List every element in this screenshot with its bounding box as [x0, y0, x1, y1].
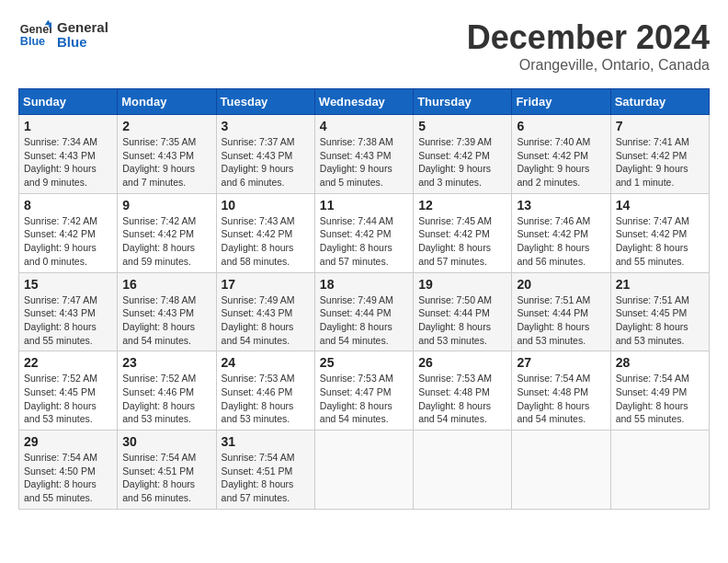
month-title: December 2024	[467, 18, 710, 57]
day-number: 14	[616, 198, 704, 213]
day-info: Sunrise: 7:53 AM Sunset: 4:47 PM Dayligh…	[320, 372, 408, 426]
day-number: 8	[24, 198, 112, 213]
day-number: 6	[517, 119, 605, 133]
day-number: 15	[24, 277, 112, 292]
day-info: Sunrise: 7:54 AM Sunset: 4:48 PM Dayligh…	[517, 372, 605, 426]
day-info: Sunrise: 7:44 AM Sunset: 4:42 PM Dayligh…	[320, 214, 408, 269]
day-info: Sunrise: 7:39 AM Sunset: 4:42 PM Dayligh…	[418, 135, 506, 190]
day-cell	[512, 431, 610, 510]
day-info: Sunrise: 7:43 AM Sunset: 4:42 PM Dayligh…	[222, 214, 310, 269]
day-info: Sunrise: 7:45 AM Sunset: 4:42 PM Dayligh…	[418, 214, 506, 269]
day-cell: 30Sunrise: 7:54 AM Sunset: 4:51 PM Dayli…	[118, 431, 216, 510]
day-cell: 2Sunrise: 7:35 AM Sunset: 4:43 PM Daylig…	[118, 115, 216, 194]
day-info: Sunrise: 7:52 AM Sunset: 4:46 PM Dayligh…	[122, 372, 210, 426]
day-cell: 18Sunrise: 7:49 AM Sunset: 4:44 PM Dayli…	[314, 272, 413, 351]
day-number: 28	[616, 355, 704, 370]
day-cell	[314, 431, 413, 510]
day-cell: 1Sunrise: 7:34 AM Sunset: 4:43 PM Daylig…	[19, 115, 118, 194]
day-cell: 3Sunrise: 7:37 AM Sunset: 4:43 PM Daylig…	[216, 115, 314, 194]
day-info: Sunrise: 7:40 AM Sunset: 4:42 PM Dayligh…	[517, 135, 605, 190]
day-info: Sunrise: 7:49 AM Sunset: 4:43 PM Dayligh…	[222, 293, 310, 348]
day-cell: 16Sunrise: 7:48 AM Sunset: 4:43 PM Dayli…	[118, 272, 216, 351]
day-number: 7	[616, 119, 704, 133]
day-number: 5	[418, 119, 506, 133]
day-number: 20	[517, 277, 605, 292]
weekday-header-row: SundayMondayTuesdayWednesdayThursdayFrid…	[19, 89, 710, 115]
day-cell: 26Sunrise: 7:53 AM Sunset: 4:48 PM Dayli…	[414, 351, 512, 431]
day-info: Sunrise: 7:47 AM Sunset: 4:43 PM Dayligh…	[24, 293, 112, 348]
day-cell: 5Sunrise: 7:39 AM Sunset: 4:42 PM Daylig…	[414, 115, 512, 194]
day-cell: 4Sunrise: 7:38 AM Sunset: 4:43 PM Daylig…	[314, 115, 413, 194]
day-info: Sunrise: 7:53 AM Sunset: 4:48 PM Dayligh…	[418, 372, 506, 426]
day-number: 13	[517, 198, 605, 213]
day-cell: 14Sunrise: 7:47 AM Sunset: 4:42 PM Dayli…	[610, 193, 709, 272]
day-cell: 13Sunrise: 7:46 AM Sunset: 4:42 PM Dayli…	[512, 193, 610, 272]
day-info: Sunrise: 7:42 AM Sunset: 4:42 PM Dayligh…	[122, 214, 210, 269]
day-number: 9	[122, 198, 210, 213]
week-row-4: 22Sunrise: 7:52 AM Sunset: 4:45 PM Dayli…	[19, 351, 710, 431]
day-info: Sunrise: 7:53 AM Sunset: 4:46 PM Dayligh…	[222, 372, 310, 426]
day-cell: 19Sunrise: 7:50 AM Sunset: 4:44 PM Dayli…	[414, 272, 512, 351]
day-number: 21	[616, 277, 704, 292]
day-number: 25	[320, 355, 408, 370]
weekday-header-monday: Monday	[118, 89, 216, 115]
day-number: 30	[122, 434, 210, 449]
title-block: December 2024 Orangeville, Ontario, Cana…	[467, 18, 710, 74]
day-number: 2	[122, 119, 210, 133]
day-info: Sunrise: 7:41 AM Sunset: 4:42 PM Dayligh…	[616, 135, 704, 190]
day-info: Sunrise: 7:54 AM Sunset: 4:51 PM Dayligh…	[222, 451, 310, 505]
svg-text:Blue: Blue	[20, 35, 45, 48]
day-info: Sunrise: 7:51 AM Sunset: 4:44 PM Dayligh…	[517, 293, 605, 348]
day-number: 22	[24, 355, 112, 370]
day-info: Sunrise: 7:37 AM Sunset: 4:43 PM Dayligh…	[222, 135, 310, 190]
day-number: 10	[222, 198, 310, 213]
logo-general: General	[57, 20, 108, 36]
day-info: Sunrise: 7:48 AM Sunset: 4:43 PM Dayligh…	[122, 293, 210, 348]
day-number: 3	[222, 119, 310, 133]
day-info: Sunrise: 7:34 AM Sunset: 4:43 PM Dayligh…	[24, 135, 112, 190]
week-row-5: 29Sunrise: 7:54 AM Sunset: 4:50 PM Dayli…	[19, 431, 710, 510]
location: Orangeville, Ontario, Canada	[467, 57, 710, 74]
day-info: Sunrise: 7:51 AM Sunset: 4:45 PM Dayligh…	[616, 293, 704, 348]
weekday-header-sunday: Sunday	[19, 89, 118, 115]
weekday-header-wednesday: Wednesday	[314, 89, 413, 115]
day-info: Sunrise: 7:54 AM Sunset: 4:50 PM Dayligh…	[24, 451, 112, 505]
day-cell: 11Sunrise: 7:44 AM Sunset: 4:42 PM Dayli…	[314, 193, 413, 272]
day-cell: 17Sunrise: 7:49 AM Sunset: 4:43 PM Dayli…	[216, 272, 314, 351]
day-cell	[610, 431, 709, 510]
day-info: Sunrise: 7:54 AM Sunset: 4:49 PM Dayligh…	[616, 372, 704, 426]
day-cell: 29Sunrise: 7:54 AM Sunset: 4:50 PM Dayli…	[19, 431, 118, 510]
day-cell: 7Sunrise: 7:41 AM Sunset: 4:42 PM Daylig…	[610, 115, 709, 194]
day-cell: 10Sunrise: 7:43 AM Sunset: 4:42 PM Dayli…	[216, 193, 314, 272]
day-info: Sunrise: 7:42 AM Sunset: 4:42 PM Dayligh…	[24, 214, 112, 269]
day-number: 27	[517, 355, 605, 370]
day-number: 29	[24, 434, 112, 449]
weekday-header-tuesday: Tuesday	[216, 89, 314, 115]
day-number: 19	[418, 277, 506, 292]
day-cell: 25Sunrise: 7:53 AM Sunset: 4:47 PM Dayli…	[314, 351, 413, 431]
day-info: Sunrise: 7:52 AM Sunset: 4:45 PM Dayligh…	[24, 372, 112, 426]
day-cell: 6Sunrise: 7:40 AM Sunset: 4:42 PM Daylig…	[512, 115, 610, 194]
week-row-3: 15Sunrise: 7:47 AM Sunset: 4:43 PM Dayli…	[19, 272, 710, 351]
day-cell: 21Sunrise: 7:51 AM Sunset: 4:45 PM Dayli…	[610, 272, 709, 351]
day-cell: 24Sunrise: 7:53 AM Sunset: 4:46 PM Dayli…	[216, 351, 314, 431]
day-number: 26	[418, 355, 506, 370]
logo: General Blue General Blue	[18, 18, 108, 52]
day-cell: 15Sunrise: 7:47 AM Sunset: 4:43 PM Dayli…	[19, 272, 118, 351]
day-info: Sunrise: 7:50 AM Sunset: 4:44 PM Dayligh…	[418, 293, 506, 348]
day-number: 12	[418, 198, 506, 213]
day-cell: 22Sunrise: 7:52 AM Sunset: 4:45 PM Dayli…	[19, 351, 118, 431]
day-number: 17	[222, 277, 310, 292]
day-cell: 28Sunrise: 7:54 AM Sunset: 4:49 PM Dayli…	[610, 351, 709, 431]
day-number: 18	[320, 277, 408, 292]
week-row-1: 1Sunrise: 7:34 AM Sunset: 4:43 PM Daylig…	[19, 115, 710, 194]
logo-icon: General Blue	[18, 18, 51, 52]
day-info: Sunrise: 7:54 AM Sunset: 4:51 PM Dayligh…	[122, 451, 210, 505]
page-header: General Blue General Blue December 2024 …	[18, 18, 710, 74]
day-info: Sunrise: 7:38 AM Sunset: 4:43 PM Dayligh…	[320, 135, 408, 190]
day-info: Sunrise: 7:46 AM Sunset: 4:42 PM Dayligh…	[517, 214, 605, 269]
day-cell: 31Sunrise: 7:54 AM Sunset: 4:51 PM Dayli…	[216, 431, 314, 510]
day-number: 1	[24, 119, 112, 133]
day-number: 4	[320, 119, 408, 133]
day-cell: 27Sunrise: 7:54 AM Sunset: 4:48 PM Dayli…	[512, 351, 610, 431]
